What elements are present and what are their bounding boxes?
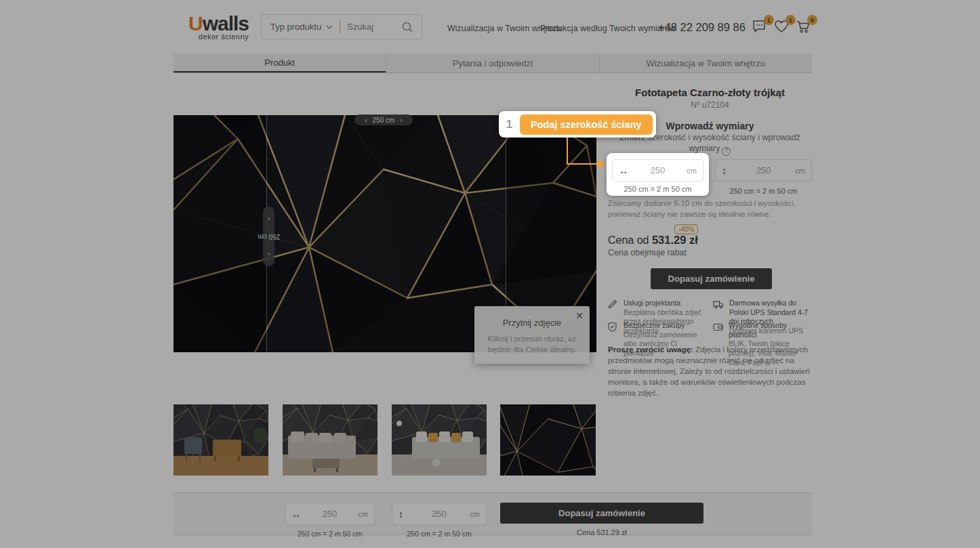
width-hint: 250 cm = 2 m 50 cm xyxy=(607,185,709,193)
width-input-highlight-card: ↔ cm 250 cm = 2 m 50 cm xyxy=(607,153,709,196)
width-unit: cm xyxy=(687,167,697,175)
width-arrow-icon: ↔ xyxy=(619,165,628,176)
tutorial-callout: 1 Podaj szerokość ściany xyxy=(499,111,656,138)
tutorial-connector-line xyxy=(567,163,599,165)
tutorial-step-number: 1 xyxy=(499,118,520,131)
tutorial-dim-overlay xyxy=(0,0,980,548)
tutorial-step-label: Podaj szerokość ściany xyxy=(520,114,653,135)
tutorial-arrow-icon xyxy=(598,159,606,169)
tutorial-connector-line xyxy=(567,138,568,165)
